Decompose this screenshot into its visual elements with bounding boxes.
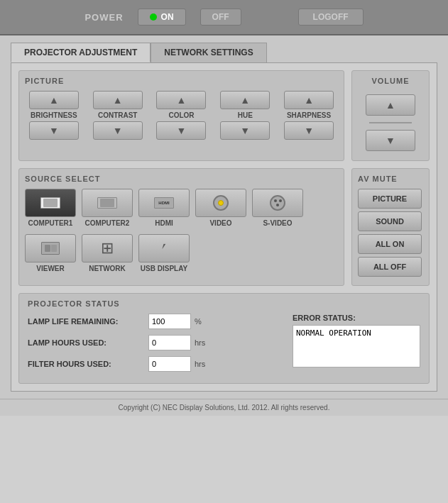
avmute-panel: AV MUTE PICTURE SOUND ALL ON ALL OFF <box>351 168 430 286</box>
source-usb-button[interactable]: ⎖ USB DISPLAY <box>138 234 190 272</box>
computer2-label: COMPUTER2 <box>85 219 130 227</box>
tab-projector-adjustment[interactable]: PROJECTOR ADJUSTMENT <box>11 43 151 62</box>
projector-status-panel: PROJECTOR STATUS LAMP LIFE REMAINING: % … <box>18 293 430 384</box>
status-left: LAMP LIFE REMAINING: % LAMP HOURS USED: … <box>28 314 264 377</box>
network-label: NETWORK <box>89 265 126 272</box>
source-computer1-button[interactable]: COMPUTER1 <box>25 189 76 227</box>
hue-up-button[interactable]: ▲ <box>220 91 270 109</box>
filter-hours-label: FILTER HOURS USED: <box>28 360 148 368</box>
brightness-label: BRIGHTNESS <box>31 111 77 119</box>
brightness-up-button[interactable]: ▲ <box>29 91 79 109</box>
status-right: ERROR STATUS: NORMAL OPERATION <box>293 314 420 377</box>
error-status-textarea[interactable]: NORMAL OPERATION <box>293 325 420 367</box>
source-svideo-button[interactable]: S-VIDEO <box>252 189 303 227</box>
picture-controls: ▲ BRIGHTNESS ▼ ▲ CONTRAST ▼ ▲ COLOR <box>25 91 338 140</box>
picture-panel: PICTURE ▲ BRIGHTNESS ▼ ▲ CONTRAST ▼ <box>18 70 344 161</box>
usb-icon-bg: ⎖ <box>138 234 190 262</box>
power-label: POWER <box>84 12 123 23</box>
power-on-button[interactable]: ON <box>138 9 186 26</box>
color-down-button[interactable]: ▼ <box>156 121 206 140</box>
viewer-icon-bg <box>25 234 76 262</box>
video-icon-bg <box>195 189 246 217</box>
brightness-control: ▲ BRIGHTNESS ▼ <box>29 91 79 140</box>
source-computer2-button[interactable]: COMPUTER2 <box>82 189 133 227</box>
volume-divider <box>369 122 412 123</box>
top-section: PICTURE ▲ BRIGHTNESS ▼ ▲ CONTRAST ▼ <box>18 70 430 161</box>
lamp-life-unit: % <box>195 317 202 326</box>
top-bar: POWER ON OFF LOGOFF <box>0 0 448 35</box>
volume-down-button[interactable]: ▼ <box>366 130 415 151</box>
svideo-icon-bg <box>252 189 303 217</box>
computer1-label: COMPUTER1 <box>28 219 73 227</box>
sharpness-up-button[interactable]: ▲ <box>284 91 334 109</box>
source-viewer-button[interactable]: VIEWER <box>25 234 76 272</box>
picture-title: PICTURE <box>25 77 338 85</box>
hdmi-icon-bg: HDMI <box>138 189 190 217</box>
filter-hours-unit: hrs <box>195 360 205 368</box>
source-row-1: COMPUTER1 COMPUTER2 <box>25 189 338 227</box>
avmute-sound-button[interactable]: SOUND <box>358 211 422 231</box>
volume-title: VOLUME <box>371 77 409 85</box>
volume-panel: VOLUME ▲ ▼ <box>351 70 430 161</box>
avmute-picture-button[interactable]: PICTURE <box>358 189 422 209</box>
content-area: PICTURE ▲ BRIGHTNESS ▼ ▲ CONTRAST ▼ <box>11 62 437 392</box>
main-container: PROJECTOR ADJUSTMENT NETWORK SETTINGS PI… <box>0 35 448 399</box>
sharpness-control: ▲ SHARPNESS ▼ <box>284 91 334 140</box>
color-control: ▲ COLOR ▼ <box>156 91 206 140</box>
color-up-button[interactable]: ▲ <box>156 91 206 109</box>
hue-control: ▲ HUE ▼ <box>220 91 270 140</box>
avmute-all-off-button[interactable]: ALL OFF <box>358 257 422 277</box>
hue-down-button[interactable]: ▼ <box>220 121 270 140</box>
filter-hours-input[interactable] <box>148 356 191 372</box>
projector-status-title: PROJECTOR STATUS <box>28 299 420 308</box>
lamp-hours-label: LAMP HOURS USED: <box>28 338 148 347</box>
brightness-down-button[interactable]: ▼ <box>29 121 79 140</box>
lamp-life-label: LAMP LIFE REMAINING: <box>28 317 148 326</box>
avmute-all-on-button[interactable]: ALL ON <box>358 234 422 254</box>
middle-section: SOURCE SELECT COMPUTER1 <box>18 168 430 286</box>
source-select-panel: SOURCE SELECT COMPUTER1 <box>18 168 344 286</box>
error-status-label: ERROR STATUS: <box>293 314 420 322</box>
svideo-label: S-VIDEO <box>263 219 292 227</box>
contrast-up-button[interactable]: ▲ <box>93 91 143 109</box>
source-hdmi-button[interactable]: HDMI HDMI <box>138 189 190 227</box>
color-label: COLOR <box>168 111 194 119</box>
contrast-label: CONTRAST <box>98 111 138 119</box>
power-indicator <box>150 13 157 21</box>
lamp-hours-unit: hrs <box>195 338 205 347</box>
lamp-hours-row: LAMP HOURS USED: hrs <box>28 335 264 350</box>
footer: Copyright (C) NEC Display Solutions, Ltd… <box>0 399 448 416</box>
network-icon-bg: ⊞ <box>82 234 133 262</box>
video-label: VIDEO <box>209 219 231 227</box>
tabs: PROJECTOR ADJUSTMENT NETWORK SETTINGS <box>11 43 437 62</box>
computer1-icon-bg <box>25 189 76 217</box>
source-row-2: VIEWER ⊞ NETWORK ⎖ USB DISPL <box>25 234 338 272</box>
hue-label: HUE <box>238 111 253 119</box>
source-select-title: SOURCE SELECT <box>25 175 338 183</box>
usb-label: USB DISPLAY <box>141 265 187 272</box>
filter-hours-row: FILTER HOURS USED: hrs <box>28 356 264 372</box>
sharpness-label: SHARPNESS <box>287 111 331 119</box>
volume-up-button[interactable]: ▲ <box>366 94 415 116</box>
tab-network-settings[interactable]: NETWORK SETTINGS <box>151 43 266 62</box>
hdmi-label: HDMI <box>155 219 173 227</box>
computer2-icon-bg <box>82 189 133 217</box>
power-off-button[interactable]: OFF <box>200 9 241 26</box>
avmute-title: AV MUTE <box>358 175 423 183</box>
lamp-hours-input[interactable] <box>148 335 191 350</box>
viewer-label: VIEWER <box>36 265 64 272</box>
logoff-button[interactable]: LOGOFF <box>298 9 364 26</box>
lamp-life-input[interactable] <box>148 314 191 329</box>
lamp-life-row: LAMP LIFE REMAINING: % <box>28 314 264 329</box>
source-network-button[interactable]: ⊞ NETWORK <box>82 234 133 272</box>
source-video-button[interactable]: VIDEO <box>195 189 246 227</box>
contrast-control: ▲ CONTRAST ▼ <box>93 91 143 140</box>
status-body: LAMP LIFE REMAINING: % LAMP HOURS USED: … <box>28 314 420 377</box>
footer-text: Copyright (C) NEC Display Solutions, Ltd… <box>119 404 330 411</box>
sharpness-down-button[interactable]: ▼ <box>284 121 334 140</box>
contrast-down-button[interactable]: ▼ <box>93 121 143 140</box>
